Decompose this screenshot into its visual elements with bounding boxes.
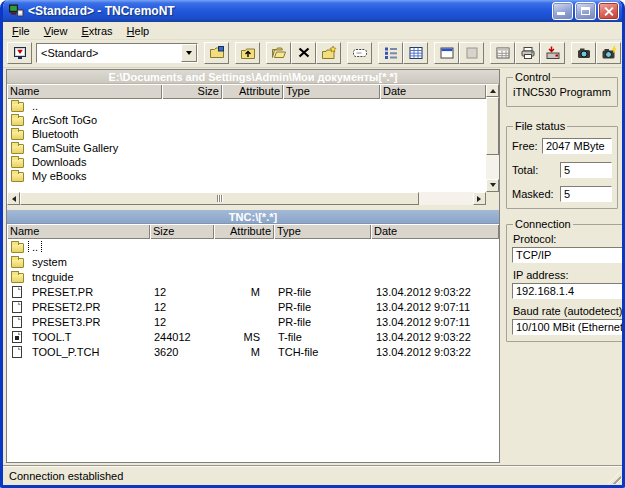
- file-name: PRESET2.PR: [29, 301, 103, 313]
- file-panels: E:\Documents and Settings\Admin\Мои доку…: [6, 69, 500, 463]
- folder-icon: [11, 116, 24, 126]
- ip-label: IP address:: [513, 269, 625, 281]
- horizontal-scroll-track[interactable]: [20, 192, 473, 205]
- file-name: TOOL.T: [29, 331, 75, 343]
- file-row[interactable]: ..: [7, 239, 499, 254]
- column-header-date[interactable]: Date: [371, 224, 499, 239]
- column-header-size[interactable]: Size: [150, 224, 214, 239]
- file-row[interactable]: PRESET3.PR 12 PR-file 13.04.2012 9:07:11: [7, 314, 499, 329]
- file-row[interactable]: TOOL_P.TCH 3620 M TCH-file 13.04.2012 9:…: [7, 344, 499, 359]
- file-date: 13.04.2012 9:07:11: [371, 316, 499, 328]
- folder-icon: [11, 172, 24, 182]
- preset-combobox[interactable]: <Standard>: [36, 43, 198, 63]
- app-window: <Standard> - TNCremoNT FileViewExtrasHel…: [0, 0, 625, 488]
- details-view-button[interactable]: [403, 42, 428, 64]
- file-row[interactable]: tncguide: [7, 269, 499, 284]
- column-header-date[interactable]: Date: [380, 84, 486, 99]
- vertical-scroll-track[interactable]: [486, 97, 499, 179]
- split-window-button[interactable]: [434, 42, 459, 64]
- file-row[interactable]: TOOL.T 244012 MS T-file 13.04.2012 9:03:…: [7, 329, 499, 344]
- chevron-down-icon: [186, 51, 192, 58]
- combo-dropdown-button[interactable]: [181, 44, 197, 62]
- folder-icon: [11, 144, 24, 154]
- file-date: 13.04.2012 9:03:22: [371, 286, 499, 298]
- triangle-up-icon: [490, 86, 496, 93]
- file-status-group: File status Free: 2047 MByte Total: 5 Ma…: [506, 120, 618, 209]
- file-row[interactable]: ArcSoft ToGo: [7, 113, 486, 127]
- column-header-name[interactable]: Name: [7, 84, 162, 99]
- file-name: My eBooks: [29, 170, 89, 182]
- file-date: 13.04.2012 9:07:11: [371, 301, 499, 313]
- camera-icon: [576, 45, 592, 61]
- triangle-left-icon: [9, 196, 16, 202]
- file-name: ArcSoft ToGo: [29, 114, 100, 126]
- column-header-attribute[interactable]: Attribute: [222, 84, 283, 99]
- menu-item[interactable]: Extras: [74, 23, 119, 39]
- delete-icon: [296, 45, 312, 61]
- file-row[interactable]: Downloads: [7, 155, 486, 169]
- open-folder-button[interactable]: [266, 42, 291, 64]
- file-name: tncguide: [29, 271, 77, 283]
- file-row[interactable]: PRESET.PR 12 M PR-file 13.04.2012 9:03:2…: [7, 284, 499, 299]
- column-header-attribute[interactable]: Attribute: [214, 224, 274, 239]
- column-header-size[interactable]: Size: [162, 84, 222, 99]
- file-attribute: M: [214, 286, 274, 298]
- file-name: Downloads: [29, 156, 89, 168]
- file-name: TOOL_P.TCH: [29, 346, 102, 358]
- list-view-button[interactable]: [378, 42, 403, 64]
- title-bar: <Standard> - TNCremoNT: [3, 0, 622, 22]
- masked-value-field: 5: [560, 186, 612, 202]
- menu-item[interactable]: File: [5, 23, 37, 39]
- file-name: ..: [29, 100, 41, 112]
- file-icon: [12, 331, 22, 343]
- maximize-button[interactable]: [575, 2, 596, 20]
- file-row[interactable]: My eBooks: [7, 169, 486, 183]
- preview-pane-button[interactable]: [459, 42, 484, 64]
- new-folder-button[interactable]: [316, 42, 341, 64]
- file-row[interactable]: Bluetooth: [7, 127, 486, 141]
- binary-table-button[interactable]: [490, 42, 515, 64]
- file-row[interactable]: ..: [7, 99, 486, 113]
- connection-config-button[interactable]: [204, 42, 229, 64]
- rename-button[interactable]: [347, 42, 372, 64]
- delete-button[interactable]: [291, 42, 316, 64]
- resize-grip-icon[interactable]: [608, 471, 621, 484]
- scroll-right-button[interactable]: [473, 192, 486, 205]
- split-window-icon: [439, 45, 455, 61]
- minimize-button[interactable]: [552, 2, 573, 20]
- column-header-type[interactable]: Type: [274, 224, 371, 239]
- camera-button[interactable]: [571, 42, 596, 64]
- menu-item[interactable]: View: [37, 23, 75, 39]
- horizontal-scroll-thumb[interactable]: [20, 192, 419, 205]
- control-value: iTNC530 Programm: [512, 85, 612, 100]
- horizontal-scrollbar[interactable]: [7, 192, 486, 205]
- file-status-legend: File status: [513, 120, 567, 132]
- folder-up-button[interactable]: [235, 42, 260, 64]
- scroll-down-button[interactable]: [486, 179, 499, 192]
- column-header-name[interactable]: Name: [7, 224, 150, 239]
- vertical-scrollbar[interactable]: [486, 84, 499, 192]
- file-icon: [12, 301, 22, 313]
- vertical-scroll-thumb[interactable]: [486, 97, 499, 155]
- baud-value-field: 10/100 MBit (Ethernet): [512, 319, 625, 335]
- transfer-button[interactable]: [540, 42, 565, 64]
- column-header-type[interactable]: Type: [283, 84, 380, 99]
- scrollbar-corner: [486, 192, 499, 205]
- free-value-field: 2047 MByte: [542, 138, 612, 154]
- file-size: 12: [150, 316, 214, 328]
- file-row[interactable]: CamSuite Gallery: [7, 141, 486, 155]
- file-date: 13.04.2012 9:03:22: [371, 346, 499, 358]
- camera-flash-button[interactable]: [596, 42, 621, 64]
- info-sidebar: Control iTNC530 Programm File status Fre…: [504, 69, 620, 463]
- file-row[interactable]: PRESET2.PR 12 PR-file 13.04.2012 9:07:11: [7, 299, 499, 314]
- connect-button[interactable]: [7, 42, 32, 64]
- scroll-left-button[interactable]: [7, 192, 20, 205]
- open-folder-icon: [271, 45, 287, 61]
- menu-item[interactable]: Help: [120, 23, 157, 39]
- close-button[interactable]: [598, 2, 619, 20]
- print-button[interactable]: [515, 42, 540, 64]
- file-name: PRESET3.PR: [29, 316, 103, 328]
- file-row[interactable]: system: [7, 254, 499, 269]
- file-type: PR-file: [274, 301, 371, 313]
- scroll-up-button[interactable]: [486, 84, 499, 97]
